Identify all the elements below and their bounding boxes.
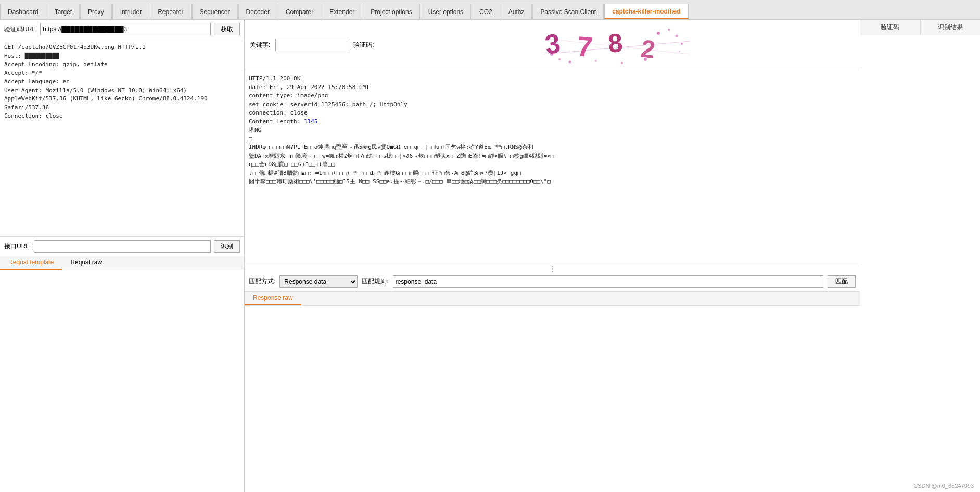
url-input[interactable]	[40, 23, 211, 35]
tab-passive-scan-client[interactable]: Passive Scan Client	[532, 4, 604, 19]
right-header: 验证码 识别结果	[860, 20, 980, 35]
tab-user-options[interactable]: User options	[421, 4, 471, 19]
left-bottom-split	[0, 270, 244, 492]
captcha-image: 3 7 8 2	[379, 24, 855, 66]
watermark: CSDN @m0_65247093	[913, 483, 974, 489]
svg-text:2: 2	[640, 34, 657, 64]
svg-point-6	[558, 58, 561, 60]
svg-point-1	[668, 29, 670, 31]
tab-proxy[interactable]: Proxy	[80, 4, 112, 19]
match-rule-input[interactable]	[393, 275, 823, 288]
iface-label: 接口URL:	[4, 242, 31, 251]
tab-intruder[interactable]: Intruder	[112, 4, 149, 19]
match-label: 匹配方式:	[249, 277, 275, 286]
main-content: 验证码URL: 获取 GET /captcha/QVZECP01r4q3UKw.…	[0, 20, 980, 492]
tab-authz[interactable]: Authz	[501, 4, 532, 19]
request-template-textarea[interactable]	[0, 270, 244, 492]
svg-point-0	[657, 32, 660, 35]
tab-bar: DashboardTargetProxyIntruderRepeaterSequ…	[0, 0, 980, 20]
right-col2-header: 识别结果	[921, 20, 981, 35]
left-bottom-tabs: Requst templateRequst raw	[0, 256, 244, 270]
left-tab-request-template[interactable]: Requst template	[0, 256, 62, 270]
match-rule-label: 匹配规则:	[362, 277, 388, 286]
svg-text:8: 8	[607, 28, 624, 58]
match-button[interactable]: 匹配	[828, 275, 856, 288]
middle-bottom-split	[245, 306, 860, 493]
captcha-row: 关键字: 验证码:	[245, 20, 860, 70]
svg-point-8	[595, 60, 597, 62]
tab-sequencer[interactable]: Sequencer	[192, 4, 238, 19]
tab-decoder[interactable]: Decoder	[238, 4, 277, 19]
tab-comparer[interactable]: Comparer	[278, 4, 321, 19]
fetch-button[interactable]: 获取	[214, 23, 240, 35]
left-tab-request-raw[interactable]: Requst raw	[62, 256, 110, 270]
svg-point-3	[681, 43, 683, 45]
response-raw-textarea[interactable]	[245, 306, 860, 493]
svg-point-2	[676, 34, 678, 37]
captcha-label: 验证码:	[353, 41, 374, 49]
vertical-splitter[interactable]	[245, 266, 860, 272]
url-row: 验证码URL: 获取	[0, 20, 244, 39]
right-body	[860, 35, 980, 492]
svg-text:3: 3	[544, 28, 562, 59]
svg-point-7	[569, 60, 571, 63]
request-area: GET /captcha/QVZECP01r4q3UKw.png HTTP/1.…	[0, 39, 244, 237]
middle-panel: 关键字: 验证码:	[245, 20, 860, 492]
tab-dashboard[interactable]: Dashboard	[0, 4, 46, 19]
match-row: 匹配方式: Response dataResponse headersRespo…	[245, 272, 860, 292]
tab-repeater[interactable]: Repeater	[150, 4, 191, 19]
right-col1-header: 验证码	[860, 20, 921, 35]
svg-point-4	[679, 51, 680, 52]
url-label: 验证码URL:	[4, 25, 37, 34]
response-area: HTTP/1.1 200 OKdate: Fri, 29 Apr 2022 15…	[245, 70, 860, 266]
match-select[interactable]: Response dataResponse headersResponse bo…	[279, 275, 358, 288]
iface-row: 接口URL: 识别	[0, 237, 244, 256]
tab-project-options[interactable]: Project options	[363, 4, 419, 19]
captcha-svg: 3 7 8 2	[544, 26, 690, 65]
tab-captcha-killer[interactable]: captcha-killer-modified	[604, 4, 688, 19]
keyword-input[interactable]	[275, 39, 348, 51]
tab-target[interactable]: Target	[47, 4, 80, 19]
tab-co2[interactable]: CO2	[472, 4, 500, 19]
right-panel: 验证码 识别结果	[860, 20, 980, 492]
iface-input[interactable]	[34, 240, 211, 253]
svg-point-9	[621, 62, 623, 64]
left-panel: 验证码URL: 获取 GET /captcha/QVZECP01r4q3UKw.…	[0, 20, 245, 492]
response-tab-bar: Response raw	[245, 292, 860, 306]
tab-extender[interactable]: Extender	[322, 4, 362, 19]
response-raw-tab[interactable]: Response raw	[245, 292, 301, 305]
identify-button[interactable]: 识别	[214, 240, 240, 253]
keyword-label: 关键字:	[250, 41, 270, 49]
svg-text:7: 7	[576, 30, 594, 62]
